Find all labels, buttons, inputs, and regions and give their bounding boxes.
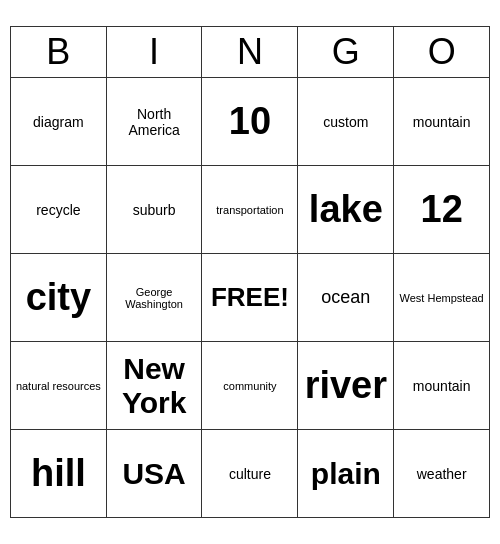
- bingo-cell-2-4: West Hempstead: [394, 254, 490, 342]
- bingo-cell-1-2: transportation: [202, 166, 298, 254]
- bingo-cell-2-0: city: [11, 254, 107, 342]
- bingo-cell-2-3: ocean: [298, 254, 394, 342]
- header-letter-b: B: [11, 27, 107, 78]
- bingo-header: BINGO: [11, 27, 490, 78]
- bingo-cell-0-3: custom: [298, 78, 394, 166]
- bingo-cell-3-0: natural resources: [11, 342, 107, 430]
- bingo-cell-3-3: river: [298, 342, 394, 430]
- bingo-row-2: cityGeorge WashingtonFREE!oceanWest Hemp…: [11, 254, 490, 342]
- bingo-cell-0-2: 10: [202, 78, 298, 166]
- bingo-cell-4-3: plain: [298, 430, 394, 518]
- bingo-cell-1-3: lake: [298, 166, 394, 254]
- bingo-cell-3-1: New York: [106, 342, 202, 430]
- bingo-card: BINGO diagramNorth America10custommounta…: [10, 26, 490, 518]
- bingo-cell-2-2: FREE!: [202, 254, 298, 342]
- bingo-cell-0-1: North America: [106, 78, 202, 166]
- bingo-cell-0-4: mountain: [394, 78, 490, 166]
- bingo-row-1: recyclesuburbtransportationlake12: [11, 166, 490, 254]
- bingo-row-0: diagramNorth America10custommountain: [11, 78, 490, 166]
- bingo-cell-1-0: recycle: [11, 166, 107, 254]
- bingo-cell-3-4: mountain: [394, 342, 490, 430]
- bingo-cell-3-2: community: [202, 342, 298, 430]
- header-letter-o: O: [394, 27, 490, 78]
- bingo-row-4: hillUSAcultureplainweather: [11, 430, 490, 518]
- bingo-cell-2-1: George Washington: [106, 254, 202, 342]
- bingo-cell-0-0: diagram: [11, 78, 107, 166]
- bingo-row-3: natural resourcesNew Yorkcommunityriverm…: [11, 342, 490, 430]
- header-letter-i: I: [106, 27, 202, 78]
- bingo-cell-1-4: 12: [394, 166, 490, 254]
- bingo-cell-4-1: USA: [106, 430, 202, 518]
- bingo-cell-4-4: weather: [394, 430, 490, 518]
- bingo-cell-4-0: hill: [11, 430, 107, 518]
- bingo-cell-4-2: culture: [202, 430, 298, 518]
- bingo-cell-1-1: suburb: [106, 166, 202, 254]
- header-letter-g: G: [298, 27, 394, 78]
- header-letter-n: N: [202, 27, 298, 78]
